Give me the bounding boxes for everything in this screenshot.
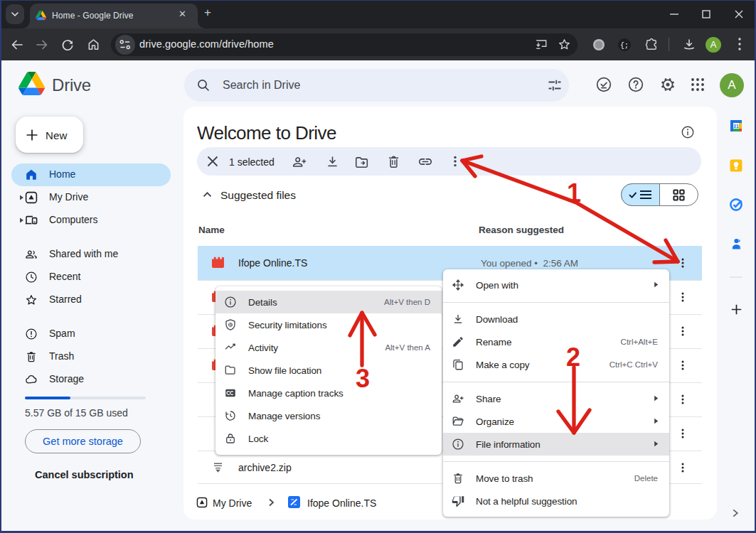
svg-text:31: 31 bbox=[733, 124, 739, 129]
svg-text:{;: {; bbox=[620, 42, 629, 50]
